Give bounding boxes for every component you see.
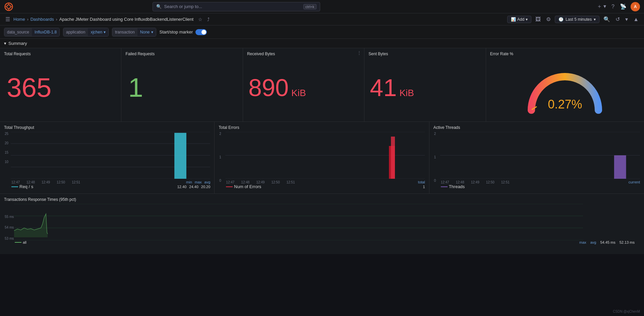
panel-menu-icon[interactable]: ⋮ — [357, 50, 361, 55]
svg-marker-27 — [14, 214, 48, 237]
y-tick-t0: 0 — [434, 179, 436, 182]
threads-legend-label: Threads — [449, 184, 465, 189]
refresh-icon[interactable]: ↺ — [614, 15, 621, 24]
datasource-filter[interactable]: data_source InfluxDB-1.8 — [4, 28, 60, 36]
add-btn-icon: 📊 — [511, 17, 516, 22]
errors-total-val: 1 — [423, 185, 425, 189]
avg-val: 20.20 — [201, 185, 211, 189]
tx-response-title: Transactions Response Times (95th pct) — [4, 197, 640, 202]
datasource-value[interactable]: InfluxDB-1.8 — [32, 28, 59, 36]
x-tick-1247: 12:47 — [11, 180, 20, 184]
application-val-text: xjchen — [91, 30, 102, 34]
y-tick-t2: 2 — [434, 132, 436, 136]
zoom-out-icon[interactable]: 🔍 — [602, 15, 611, 24]
total-requests-title: Total Requests — [4, 52, 117, 56]
x-tick-1251: 12:51 — [72, 180, 80, 184]
tx-legend-color — [15, 242, 21, 243]
tx-legend-label: all — [23, 240, 26, 244]
failed-requests-title: Failed Requests — [125, 52, 238, 56]
tx-max-val: 54.45 ms — [600, 240, 616, 244]
add-btn-label: Add — [517, 17, 524, 22]
min-label: min — [186, 180, 192, 184]
ex-tick-1247: 12:47 — [226, 180, 234, 184]
add-icon[interactable]: ＋ ▾ — [595, 2, 607, 11]
add-button[interactable]: 📊 Add ▾ — [507, 16, 531, 23]
transaction-label: transaction — [112, 28, 137, 36]
gauge-container: 0.27% — [490, 58, 640, 118]
breadcrumb-home[interactable]: Home — [13, 17, 25, 22]
time-range-chevron: ▾ — [594, 17, 596, 22]
transaction-chevron: ▾ — [151, 30, 153, 34]
start-stop-toggle[interactable]: Start/stop marker — [160, 29, 207, 35]
transaction-val-text: None — [140, 30, 150, 34]
time-range-button[interactable]: 🕐 Last 5 minutes ▾ — [555, 16, 599, 23]
x-tick-1249: 12:49 — [42, 180, 50, 184]
errors-chart — [225, 132, 425, 179]
y-tick-55ms: 55 ms — [5, 215, 14, 219]
x-tick-1250: 12:50 — [57, 180, 65, 184]
transaction-value[interactable]: None ▾ — [137, 28, 156, 36]
section-title: Summary — [8, 41, 27, 46]
panels-row-1: Total Requests 365 Failed Requests 1 Rec… — [0, 48, 644, 122]
y-tick-e1: 1 — [219, 155, 221, 159]
tx-tick-1249: 12:49 — [471, 180, 479, 184]
error-rate-value: 0.27% — [548, 97, 582, 111]
breadcrumb-dashboards[interactable]: Dashboards — [31, 17, 54, 22]
section-collapse-icon[interactable]: ▾ — [4, 41, 6, 46]
avg-label: avg — [204, 180, 211, 184]
menu-icon[interactable]: ☰ — [4, 15, 11, 23]
tx-response-times-panel: Transactions Response Times (95th pct) 5… — [0, 194, 644, 254]
camera-icon[interactable]: 🖼 — [534, 15, 542, 24]
svg-rect-22 — [614, 155, 626, 179]
breadcrumb-actions: 📊 Add ▾ 🖼 ⚙ 🕐 Last 5 minutes ▾ 🔍 ↺ ▾ ▲ — [507, 15, 640, 24]
received-bytes-panel: Received Bytes 890 KiB ⋮ — [243, 48, 364, 122]
received-bytes-value: 890 — [248, 74, 289, 101]
threads-current-label: current — [629, 180, 640, 184]
filter-bar: data_source InfluxDB-1.8 application xjc… — [0, 25, 644, 39]
top-navigation: 🔍 Search or jump to... ctrl+k ＋ ▾ ? 📡 A — [0, 0, 644, 13]
help-icon[interactable]: ? — [610, 2, 616, 11]
tx-tick-1250: 12:50 — [486, 180, 494, 184]
refresh-chevron[interactable]: ▾ — [624, 15, 629, 24]
tx-tick-1251: 12:51 — [501, 180, 510, 184]
star-icon[interactable]: ☆ — [197, 15, 204, 23]
failed-requests-panel: Failed Requests 1 — [121, 48, 243, 122]
collapse-icon[interactable]: ▲ — [632, 15, 640, 24]
y-tick-e0: 0 — [219, 179, 221, 182]
share-icon[interactable]: ⤴ — [206, 15, 211, 23]
error-rate-panel: Error Rate % 0.27% — [486, 48, 644, 122]
y-tick-15: 15 — [5, 151, 8, 154]
datasource-label: data_source — [4, 28, 32, 36]
errors-total-label: total — [418, 180, 425, 184]
application-value[interactable]: xjchen ▾ — [88, 28, 108, 36]
ex-tick-1251: 12:51 — [286, 180, 295, 184]
tx-tick-1247: 12:47 — [441, 180, 449, 184]
application-filter[interactable]: application xjchen ▾ — [63, 28, 109, 36]
breadcrumb-bar: ☰ Home › Dashboards › Apache JMeter Dash… — [0, 13, 644, 25]
transaction-filter[interactable]: transaction None ▾ — [112, 28, 156, 36]
notifications-icon[interactable]: 📡 — [619, 2, 628, 11]
failed-requests-value: 1 — [128, 74, 143, 101]
search-bar[interactable]: 🔍 Search or jump to... ctrl+k — [153, 2, 320, 11]
y-tick-25: 25 — [5, 132, 8, 136]
search-icon: 🔍 — [156, 4, 162, 9]
breadcrumb-sep-2: › — [56, 17, 57, 22]
panels-row-3: Transactions Response Times (95th pct) 5… — [0, 194, 644, 254]
tx-response-chart — [14, 204, 583, 240]
ex-tick-1248: 12:48 — [241, 180, 249, 184]
throughput-legend: Req / s — [11, 184, 33, 189]
active-threads-title: Active Threads — [433, 125, 640, 130]
toggle-track[interactable] — [195, 29, 207, 35]
settings-icon[interactable]: ⚙ — [545, 15, 552, 24]
panels-row-2: Total Throughput 25 20 15 10 12:47 12:48 — [0, 122, 644, 194]
grafana-logo[interactable] — [4, 2, 13, 11]
throughput-legend-label: Req / s — [19, 184, 33, 189]
throughput-chart — [11, 132, 210, 179]
search-shortcut: ctrl+k — [303, 4, 316, 9]
application-label: application — [63, 28, 88, 36]
breadcrumb-sep-1: › — [27, 17, 28, 22]
total-requests-value: 365 — [7, 74, 51, 101]
avatar[interactable]: A — [631, 2, 640, 11]
total-throughput-panel: Total Throughput 25 20 15 10 12:47 12:48 — [0, 122, 215, 193]
sent-bytes-value: 41 — [370, 74, 397, 101]
